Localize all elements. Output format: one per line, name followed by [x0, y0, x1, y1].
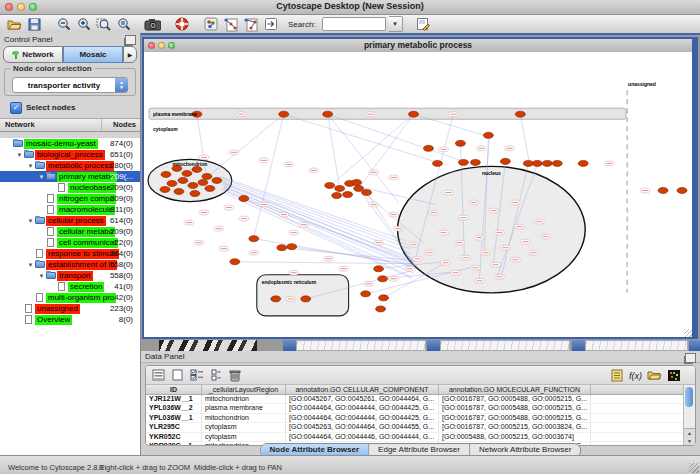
background-window-thumbnail[interactable]: [585, 340, 688, 351]
background-window-titlebar[interactable]: [572, 340, 585, 351]
network-node[interactable]: [532, 160, 542, 166]
network-node[interactable]: [301, 296, 311, 302]
network-node[interactable]: [161, 171, 171, 177]
background-window-titlebar[interactable]: [427, 340, 440, 351]
network-node[interactable]: [378, 276, 388, 282]
tree-row[interactable]: Overview8(0): [0, 314, 140, 325]
tree-row[interactable]: secretion41(0): [0, 281, 140, 292]
background-window-fragment[interactable]: [159, 340, 257, 351]
tree-row[interactable]: ▼biological_process651(0): [0, 149, 140, 160]
tree-row[interactable]: multi-organism pro42(0): [0, 292, 140, 303]
disclosure-triangle-icon[interactable]: ▼: [26, 262, 35, 268]
table-cell[interactable]: [GO:0016787, GO:0005488, GO:0005215, G..…: [439, 414, 591, 422]
column-header[interactable]: _cellularLayoutRegion: [202, 385, 286, 394]
network-node[interactable]: [578, 160, 588, 166]
tree-row[interactable]: response to stimulu264(0): [0, 248, 140, 259]
search-input[interactable]: [322, 17, 386, 31]
network-node[interactable]: [500, 158, 510, 164]
table-cell[interactable]: [GO:0016787, GO:0005488, GO:0005215, G..…: [439, 404, 591, 412]
network-node[interactable]: [205, 185, 215, 191]
network-node[interactable]: [277, 245, 287, 251]
tree-row[interactable]: ▼primary metabo209(...: [0, 171, 140, 182]
table-cell[interactable]: [GO:0045263, GO:0044464, GO:0044455, G..…: [286, 423, 439, 431]
annotation-icon[interactable]: [262, 17, 279, 32]
background-window-titlebar[interactable]: [689, 340, 700, 351]
zoom-selected-region-icon[interactable]: [95, 17, 112, 32]
table-row[interactable]: YPL036W__2plasma membrane[GO:0044464, GO…: [146, 404, 684, 413]
tab-mosaic[interactable]: Mosaic: [63, 46, 123, 63]
scrollbar-arrows[interactable]: ▲▼: [684, 428, 695, 445]
network-node[interactable]: [677, 187, 687, 193]
background-window-thumbnail[interactable]: [440, 340, 570, 351]
network-node[interactable]: [542, 160, 552, 166]
search-dropdown-button[interactable]: ▼: [389, 16, 403, 32]
network-node[interactable]: [432, 160, 442, 166]
network-node[interactable]: [515, 111, 525, 117]
column-header[interactable]: annotation.GO MOLECULAR_FUNCTION: [439, 385, 591, 394]
tree-row[interactable]: unassigned223(0): [0, 303, 140, 314]
layout-b-icon[interactable]: [242, 17, 259, 32]
network-node[interactable]: [332, 192, 342, 198]
network-node[interactable]: [470, 159, 480, 165]
attribute-matrix-icon[interactable]: [666, 368, 681, 382]
table-cell[interactable]: [GO:0044464, GO:0044444, GO:0044425, G..…: [286, 414, 439, 422]
network-node[interactable]: [190, 190, 200, 196]
network-node[interactable]: [174, 188, 184, 194]
table-cell[interactable]: YKR052C: [146, 433, 202, 441]
app-resize-grip[interactable]: [689, 463, 699, 473]
more-tabs-button[interactable]: ▶: [123, 46, 137, 63]
disclosure-triangle-icon[interactable]: ▼: [26, 163, 35, 169]
scrollbar-thumb[interactable]: [685, 387, 693, 407]
network-node[interactable]: [343, 191, 353, 197]
network-node[interactable]: [160, 186, 170, 192]
tree-row[interactable]: nucleobase-209(0): [0, 182, 140, 193]
attribute-checklist-icon[interactable]: [189, 368, 204, 382]
network-node[interactable]: [202, 173, 212, 179]
table-scrollbar[interactable]: ▲▼: [683, 385, 695, 445]
table-row[interactable]: YPL036W__1mitochondrion[GO:0044464, GO:0…: [146, 414, 684, 423]
table-cell[interactable]: YPL036W__2: [146, 404, 202, 412]
network-node[interactable]: [376, 306, 386, 312]
layout-a-icon[interactable]: [222, 17, 239, 32]
network-node[interactable]: [374, 266, 384, 272]
table-cell[interactable]: YPL036W__1: [146, 414, 202, 422]
network-node[interactable]: [249, 236, 259, 242]
table-cell[interactable]: mitochondrion: [202, 414, 286, 422]
network-node[interactable]: [325, 182, 335, 188]
tree-row[interactable]: mosaic-demo-yeast874(0): [0, 138, 140, 149]
node-color-dropdown[interactable]: transporter activity ▴▾: [12, 77, 128, 93]
table-cell[interactable]: YJR121W__1: [146, 395, 202, 403]
network-node[interactable]: [239, 196, 249, 202]
tree-row[interactable]: cellular metabo209(0): [0, 226, 140, 237]
table-cell[interactable]: cytoplasm: [202, 423, 286, 431]
tab-network[interactable]: Network: [3, 46, 63, 63]
network-node[interactable]: [362, 189, 372, 195]
table-cell[interactable]: cytoplasm: [202, 433, 286, 441]
network-node[interactable]: [188, 182, 198, 188]
tree-row[interactable]: macromolecule311(0): [0, 204, 140, 215]
zoom-fit-icon[interactable]: [115, 17, 132, 32]
table-cell[interactable]: [GO:0044464, GO:0044446, GO:0044444, G..…: [286, 433, 439, 441]
network-node[interactable]: [523, 160, 533, 166]
window-resize-grip[interactable]: [684, 329, 692, 337]
network-node[interactable]: [271, 296, 281, 302]
attribute-pair-icon[interactable]: [208, 368, 223, 382]
attribute-editor-icon[interactable]: [415, 17, 432, 32]
column-header[interactable]: ID: [146, 385, 202, 394]
float-data-panel-icon[interactable]: [685, 353, 696, 363]
disclosure-triangle-icon[interactable]: ▼: [37, 273, 46, 279]
table-cell[interactable]: [GO:0045267, GO:0045261, GO:0044464, G..…: [286, 395, 439, 403]
table-row[interactable]: YJR121W__1mitochondrion[GO:0045267, GO:0…: [146, 395, 684, 404]
disclosure-triangle-icon[interactable]: ▼: [15, 152, 24, 158]
network-node[interactable]: [323, 111, 333, 117]
delete-attribute-icon[interactable]: [227, 368, 242, 382]
zoom-in-icon[interactable]: [75, 17, 92, 32]
background-window-titlebar[interactable]: [283, 340, 296, 351]
network-node[interactable]: [458, 159, 468, 165]
tree-row[interactable]: cell communicat22(0): [0, 237, 140, 248]
network-node[interactable]: [483, 132, 493, 138]
zoom-out-icon[interactable]: [55, 17, 72, 32]
table-cell[interactable]: mitochondrion: [202, 395, 286, 403]
disclosure-triangle-icon[interactable]: ▼: [26, 218, 35, 224]
tree-row[interactable]: ▼transport558(0): [0, 270, 140, 281]
